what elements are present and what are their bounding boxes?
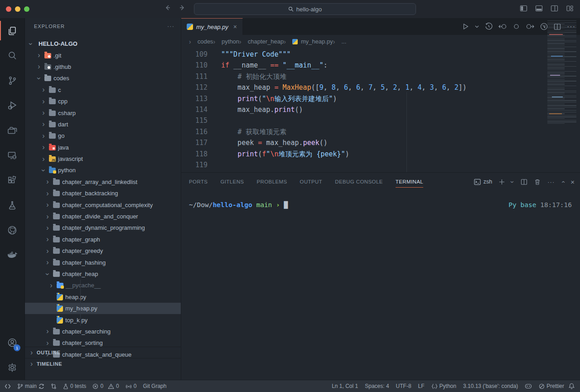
run-python-file-button[interactable]: [462, 23, 469, 30]
chevron-icon: [40, 121, 47, 128]
tree-row[interactable]: go: [25, 130, 181, 141]
gitlens-graph-icon[interactable]: [540, 23, 548, 30]
breadcrumb-item[interactable]: › chapter_heap: [239, 38, 284, 45]
tree-row[interactable]: chapter_searching: [25, 326, 181, 337]
tree-row[interactable]: heap.py: [25, 291, 181, 303]
indentation-item[interactable]: Spaces: 4: [365, 383, 389, 389]
tests-item[interactable]: 0 tests: [63, 383, 86, 389]
feedback-item[interactable]: 0: [126, 383, 137, 389]
git-graph-item[interactable]: Git Graph: [143, 383, 166, 389]
tree-row[interactable]: cpp: [25, 96, 181, 107]
cursor-position-item[interactable]: Ln 1, Col 1: [332, 383, 358, 389]
language-mode-item[interactable]: Python: [431, 383, 456, 389]
panel-tab[interactable]: PROBLEMS: [256, 173, 287, 191]
git-branch-item[interactable]: main: [17, 383, 44, 389]
tree-row[interactable]: HELLO-ALGO: [25, 38, 181, 49]
tab-my-heap[interactable]: my_heap.py ×: [181, 18, 243, 35]
python-interpreter-item[interactable]: 3.10.13 ('base': conda): [463, 383, 518, 389]
command-center-search[interactable]: hello-algo: [194, 3, 416, 15]
panel-tab[interactable]: GITLENS: [220, 173, 244, 191]
tree-row[interactable]: chapter_array_and_linkedlist: [25, 176, 181, 188]
tree-row[interactable]: java: [25, 142, 181, 153]
panel-tab[interactable]: OUTPUT: [300, 173, 323, 191]
timeline-section[interactable]: TIMELINE: [25, 358, 181, 369]
new-terminal-icon[interactable]: [499, 179, 505, 185]
navigate-forward-icon[interactable]: [179, 4, 186, 11]
git-compare-item[interactable]: [51, 383, 57, 389]
breadcrumb-item[interactable]: › codes: [189, 38, 213, 45]
settings-gear-icon[interactable]: [0, 355, 24, 380]
panel-tab[interactable]: TERMINAL: [396, 173, 423, 191]
run-dropdown-chevron-icon[interactable]: [475, 24, 479, 29]
source-control-icon[interactable]: [0, 68, 24, 93]
tree-row[interactable]: chapter_graph: [25, 234, 181, 245]
prettier-item[interactable]: Prettier: [539, 383, 564, 389]
customize-layout-icon[interactable]: [566, 5, 574, 12]
minimize-window-button[interactable]: [15, 6, 20, 12]
run-debug-icon[interactable]: [0, 93, 24, 118]
tree-row[interactable]: .github: [25, 61, 181, 73]
tree-row[interactable]: chapter_hashing: [25, 256, 181, 268]
tree-row[interactable]: csharp: [25, 107, 181, 118]
gitlens-back-icon[interactable]: [498, 23, 507, 30]
tree-row[interactable]: javascript: [25, 153, 181, 165]
close-tab-icon[interactable]: ×: [233, 23, 237, 30]
gitlens-commit-icon[interactable]: [513, 23, 520, 30]
tree-row[interactable]: c: [25, 84, 181, 96]
navigate-back-icon[interactable]: [164, 4, 171, 11]
broadcast-icon: [126, 383, 132, 389]
tree-row[interactable]: codes: [25, 73, 181, 84]
gitlens-forward-icon[interactable]: [526, 23, 534, 30]
notifications-bell-icon[interactable]: [569, 383, 575, 389]
remote-explorer-icon[interactable]: [0, 143, 24, 168]
panel-more-actions-icon[interactable]: ···: [547, 179, 555, 185]
tree-row[interactable]: __pycache__: [25, 280, 181, 291]
breadcrumb-item[interactable]: › ...: [333, 38, 347, 45]
split-terminal-icon[interactable]: [521, 179, 527, 185]
eol-item[interactable]: LF: [418, 383, 425, 389]
extensions-icon[interactable]: [0, 168, 24, 193]
remote-indicator[interactable]: [5, 383, 11, 389]
tree-row[interactable]: chapter_divide_and_conquer: [25, 211, 181, 222]
tree-row[interactable]: top_k.py: [25, 314, 181, 325]
toggle-panel-icon[interactable]: [535, 5, 543, 12]
encoding-item[interactable]: UTF-8: [396, 383, 411, 389]
testing-icon[interactable]: [0, 193, 24, 218]
timeline-history-icon[interactable]: [485, 23, 493, 30]
explorer-more-actions-icon[interactable]: ···: [167, 23, 174, 29]
tree-row[interactable]: .git: [25, 49, 181, 61]
kill-terminal-trash-icon[interactable]: [534, 179, 541, 185]
tree-row[interactable]: my_heap.py: [25, 303, 181, 314]
close-window-button[interactable]: [6, 6, 11, 12]
tree-row[interactable]: python: [25, 165, 181, 176]
panel-tab[interactable]: PORTS: [189, 173, 208, 191]
tree-row[interactable]: chapter_greedy: [25, 245, 181, 256]
minimap[interactable]: [547, 20, 576, 124]
zoom-window-button[interactable]: [24, 6, 29, 12]
terminal-dropdown-chevron-icon[interactable]: ›: [509, 181, 517, 183]
tree-row[interactable]: chapter_dynamic_programming: [25, 222, 181, 233]
maximize-panel-chevron-icon[interactable]: ›: [559, 181, 566, 183]
tree-row[interactable]: dart: [25, 119, 181, 130]
close-panel-icon[interactable]: ×: [570, 178, 575, 186]
panel-tab[interactable]: DEBUG CONSOLE: [335, 173, 383, 191]
tree-row[interactable]: chapter_computational_complexity: [25, 199, 181, 210]
accounts-icon[interactable]: 1: [0, 330, 24, 355]
outline-section[interactable]: OUTLINE: [25, 347, 181, 358]
toggle-primary-sidebar-icon[interactable]: [520, 5, 527, 12]
copilot-icon[interactable]: [525, 383, 532, 389]
code-area[interactable]: 109 """Driver Code""" 110 if __name__ ==…: [181, 48, 580, 172]
docker-icon[interactable]: [0, 242, 24, 267]
problems-item[interactable]: 0 0: [92, 383, 119, 389]
explorer-icon[interactable]: [0, 18, 24, 43]
breadcrumb-item[interactable]: › my_heap.py: [284, 38, 333, 45]
terminal-shell-item[interactable]: zsh: [474, 179, 492, 185]
github-icon[interactable]: [0, 218, 24, 242]
search-icon[interactable]: [0, 43, 24, 68]
toggle-secondary-sidebar-icon[interactable]: [551, 5, 558, 12]
tree-row[interactable]: chapter_heap: [25, 268, 181, 280]
file-folders-icon[interactable]: [0, 118, 24, 143]
breadcrumb-item[interactable]: › python: [213, 38, 239, 45]
terminal-content[interactable]: ~/Dow/hello-algo main › █ Py base 18:17:…: [189, 201, 572, 208]
tree-row[interactable]: chapter_backtracking: [25, 188, 181, 199]
